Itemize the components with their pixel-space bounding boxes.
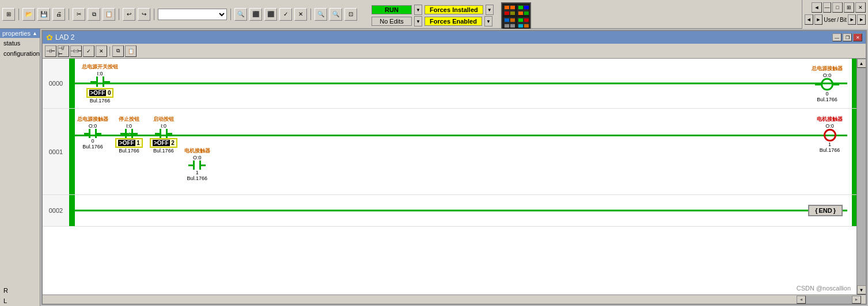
watermark: CSDN @noscallion	[797, 285, 851, 292]
c1-wr	[97, 133, 101, 135]
run-dropdown[interactable]: ▼	[414, 5, 422, 15]
maximize-top-btn[interactable]: □	[832, 2, 843, 13]
contact-0001-4-branch: 电机接触器 O:0 1 Bul.1766	[184, 147, 210, 181]
contact-0001-3: 启动按钮 I:0 >OFF	[150, 116, 177, 154]
vscroll-track[interactable]	[857, 68, 866, 285]
end-label-left: {	[815, 207, 817, 214]
save-btn[interactable]: 💾	[37, 8, 50, 21]
svg-rect-17	[505, 24, 509, 28]
force-block-0001-3: >OFF 2	[150, 138, 177, 148]
svg-rect-11	[518, 12, 523, 15]
hscroll-right-btn[interactable]: ►	[852, 296, 861, 304]
cancel-btn[interactable]: ✕	[294, 8, 307, 21]
c1-bl	[89, 129, 90, 138]
fbd-btn[interactable]: ⬛	[264, 8, 277, 21]
rung-0001-number: 0001	[43, 109, 70, 194]
status-item[interactable]: status	[0, 38, 40, 48]
lad-close-btn[interactable]: ✕	[853, 33, 862, 41]
sep5	[230, 9, 231, 20]
coil-0000-addr: O:0	[823, 72, 832, 78]
lad-restore-btn[interactable]: ❐	[843, 33, 852, 41]
sep2	[69, 9, 69, 20]
new-btn[interactable]: ⊞	[2, 8, 15, 21]
power-rail-right-0	[852, 59, 856, 108]
arrow-left-btn-top[interactable]: ◄	[812, 2, 822, 13]
zoom-in-btn[interactable]: 🔍	[314, 8, 327, 21]
contact-0000-1: 总电源开关按钮 I:0 >OFF	[82, 63, 118, 104]
bottom-bar: ◄ ►	[43, 294, 866, 304]
arrow-left-btn-bottom[interactable]: ◄	[805, 14, 813, 25]
zoom-out-btn[interactable]: 🔍	[329, 8, 342, 21]
rung-0001-contacts: 总电源接触器 O:0 0 Bul.1766	[77, 113, 850, 181]
coil-0000-name: 总电源接触器	[812, 65, 843, 72]
copy2-btn[interactable]: ⧉	[112, 45, 124, 57]
scope-dropdown[interactable]	[158, 9, 227, 20]
redo-btn[interactable]: ↪	[138, 8, 150, 21]
cut-btn[interactable]: ✂	[73, 8, 85, 21]
print-btn[interactable]: 🖨	[52, 8, 65, 21]
properties-label: properties	[2, 30, 31, 37]
svg-rect-16	[524, 18, 529, 22]
ladder-area[interactable]: 0000 总电源开关按钮 I:0	[43, 59, 856, 294]
c1-name: 总电源接触器	[77, 116, 108, 123]
paste2-btn[interactable]: 📋	[125, 45, 137, 57]
hscroll-track[interactable]	[806, 296, 852, 304]
contact-0001-1: 总电源接触器 O:0 0 Bul.1766	[77, 116, 108, 150]
close-top-btn[interactable]: ✕	[855, 2, 866, 13]
minimize-btn[interactable]: —	[823, 2, 831, 13]
svg-rect-6	[510, 6, 515, 9]
verify-btn[interactable]: ✓	[83, 45, 94, 57]
forces-installed-dropdown[interactable]: ▼	[486, 5, 494, 15]
power-rail-right-1	[852, 109, 856, 194]
scroll-right-btn[interactable]: ►	[848, 14, 856, 25]
coil-0001-tag: Bul.1766	[820, 147, 840, 153]
zoom-fit-btn[interactable]: ⊡	[344, 8, 357, 21]
contact-no-btn[interactable]: ⊣⊢	[45, 45, 56, 57]
contact-nc-btn[interactable]: ⊣/⊢	[58, 45, 69, 57]
scroll-right2-btn[interactable]: ►	[857, 14, 866, 25]
rung-0001-content: 总电源接触器 O:0 0 Bul.1766	[75, 109, 852, 194]
vscroll-down-btn[interactable]: ▼	[857, 285, 866, 294]
arrow-right-btn-bottom[interactable]: ►	[814, 14, 823, 25]
undo-btn[interactable]: ↩	[123, 8, 135, 21]
c4-addr: O:0	[193, 155, 202, 160]
ladder-btn[interactable]: ⬛	[249, 8, 262, 21]
forces-enabled-dropdown[interactable]: ▼	[484, 16, 492, 26]
svg-rect-19	[518, 24, 523, 28]
r-item[interactable]: R	[0, 285, 40, 296]
lad-minimize-btn[interactable]: —	[832, 33, 842, 41]
main-area: properties ▲ status configuration R L ✿ …	[0, 29, 868, 306]
top-toolbar: ⊞ 📂 💾 🖨 ✂ ⧉ 📋 ↩ ↪ 🔍 ⬛ ⬛ ✓ ✕ 🔍 🔍 ⊡ RUN ▼ …	[0, 0, 868, 29]
c1-sym	[84, 129, 101, 138]
coil-0001-wr	[836, 135, 842, 136]
collapse-btn[interactable]: ▲	[32, 30, 37, 36]
svg-rect-10	[510, 12, 515, 15]
power-rail-left-0	[70, 59, 75, 108]
no-edits-dropdown[interactable]: ▼	[414, 16, 422, 26]
power-rail-left-1	[70, 109, 75, 194]
contact-0000-1-addr: I:0	[97, 71, 103, 76]
grid-btn[interactable]: ⊞	[844, 2, 854, 13]
configuration-item[interactable]: configuration	[0, 48, 40, 59]
l-item[interactable]: L	[0, 296, 40, 306]
delete-btn[interactable]: ✕	[96, 45, 107, 57]
ladder-main: 0000 总电源开关按钮 I:0	[43, 59, 866, 294]
coil-wire-left	[815, 83, 821, 85]
f3-off: >OFF	[153, 140, 170, 146]
copy-btn[interactable]: ⧉	[88, 8, 100, 21]
accept-btn[interactable]: ✓	[279, 8, 292, 21]
forces-installed-status: Forces Installed	[424, 5, 483, 14]
paste-btn[interactable]: 📋	[103, 8, 115, 21]
find-btn[interactable]: 🔍	[234, 8, 247, 21]
svg-rect-9	[505, 12, 509, 15]
vscroll-up-btn[interactable]: ▲	[857, 59, 866, 68]
lad-sep1	[109, 47, 110, 56]
open-btn[interactable]: 📂	[22, 8, 35, 21]
bracket-left	[96, 76, 98, 87]
bit-label: Bit	[840, 17, 847, 23]
left-panel-header: properties ▲	[0, 29, 40, 38]
hscroll-left-btn[interactable]: ◄	[797, 296, 806, 304]
force-value-0000: >OFF	[89, 90, 107, 96]
f3-num: 2	[171, 140, 175, 146]
contact-p-btn[interactable]: ⊣↑⊢	[70, 45, 82, 57]
